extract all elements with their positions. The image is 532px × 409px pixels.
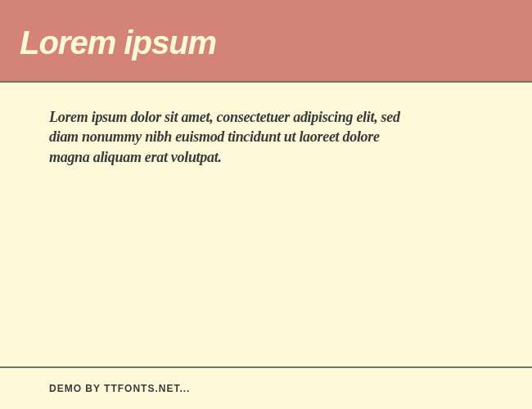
page-title: Lorem ipsum (20, 25, 512, 61)
body-paragraph: Lorem ipsum dolor sit amet, consectetuer… (49, 107, 409, 167)
content-area: Lorem ipsum dolor sit amet, consectetuer… (0, 83, 532, 368)
footer-area: DEMO BY TTFONTS.NET... (0, 368, 532, 409)
header-banner: Lorem ipsum (0, 0, 532, 83)
attribution-text: DEMO BY TTFONTS.NET... (49, 383, 483, 394)
